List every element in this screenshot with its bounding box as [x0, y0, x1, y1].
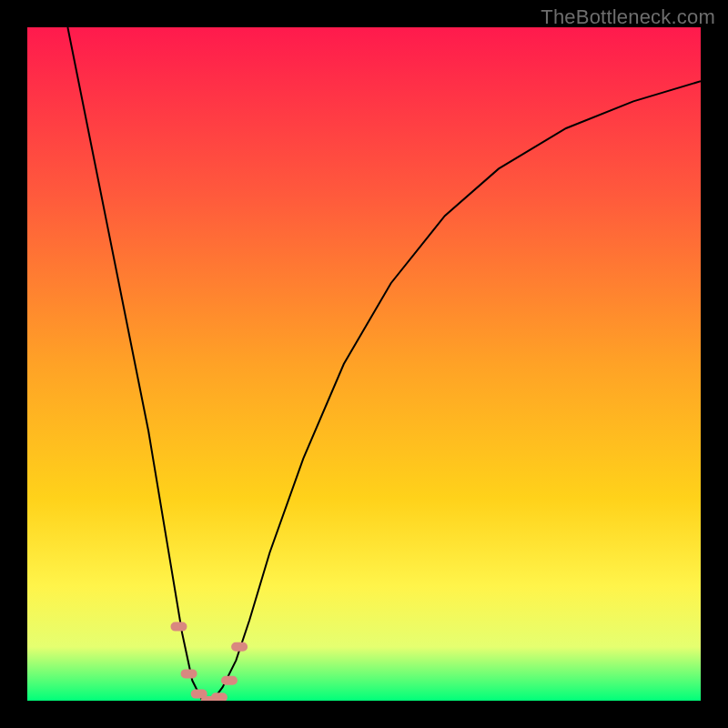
marker-point [176, 627, 244, 701]
bottleneck-curve [67, 27, 701, 701]
outer-frame: TheBottleneck.com [0, 0, 728, 728]
watermark-label: TheBottleneck.com [541, 5, 715, 29]
highlight-markers [176, 627, 244, 701]
chart-svg [27, 27, 701, 701]
plot-area [27, 27, 701, 701]
